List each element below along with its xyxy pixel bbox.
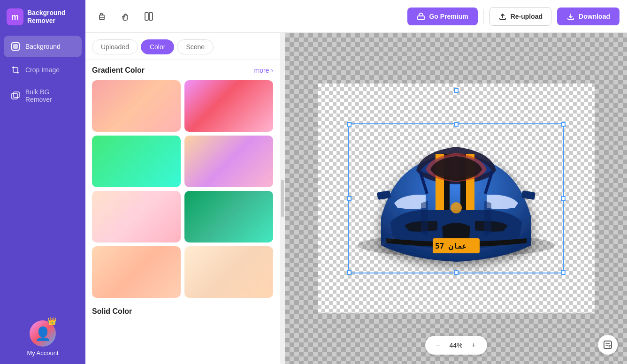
gradient-item-5[interactable] <box>92 191 181 243</box>
zoom-controls: − 44% + <box>425 336 487 355</box>
car-image: 57 عمان Media.io <box>344 109 569 288</box>
svg-rect-8 <box>418 16 424 20</box>
tab-uploaded[interactable]: Uploaded <box>92 39 138 54</box>
zoom-in-button[interactable]: + <box>467 339 481 352</box>
sidebar-item-bulk-label: Bulk BG Remover <box>25 88 52 103</box>
car-image-container[interactable]: 57 عمان Media.io <box>344 109 569 288</box>
toolbar: Go Premium Re-upload Download <box>85 0 627 33</box>
canvas-area[interactable]: 57 عمان Media.io <box>285 33 627 364</box>
avatar-crown-icon: 👑 <box>47 317 57 326</box>
briefcase-tool-button[interactable] <box>93 8 111 25</box>
svg-rect-6 <box>145 13 148 20</box>
handle-top[interactable] <box>454 88 459 93</box>
compare-tool-button[interactable] <box>140 8 158 25</box>
background-icon <box>10 41 21 52</box>
logo-icon: m <box>7 8 23 25</box>
panel-scrollbar[interactable] <box>280 33 285 364</box>
left-panel: Uploaded Color Scene Gradient Color more… <box>85 33 280 364</box>
svg-rect-1 <box>13 44 18 49</box>
gradient-section-header: Gradient Color more › <box>92 66 273 75</box>
go-premium-button[interactable]: Go Premium <box>407 8 477 25</box>
download-button[interactable]: Download <box>557 8 619 25</box>
tab-color[interactable]: Color <box>141 39 174 54</box>
sidebar-item-crop-image[interactable]: Crop Image <box>4 59 82 81</box>
svg-text:57  عمان: 57 عمان <box>435 242 466 250</box>
gradient-section-title: Gradient Color <box>92 66 145 75</box>
account-avatar[interactable]: 👤 👑 <box>30 320 56 347</box>
gradient-item-7[interactable] <box>92 246 181 298</box>
gradient-item-6[interactable] <box>184 191 273 243</box>
sidebar-item-background-label: Background <box>25 43 61 50</box>
reupload-button[interactable]: Re-upload <box>489 7 551 26</box>
toolbar-divider <box>483 9 484 23</box>
gradient-grid <box>92 80 273 298</box>
sidebar-item-crop-label: Crop Image <box>25 66 60 74</box>
account-label: My Account <box>27 349 58 356</box>
sidebar-bottom: 👤 👑 My Account <box>0 313 85 364</box>
logo-text: Background Remover <box>27 9 79 25</box>
bulk-bg-icon <box>10 91 21 101</box>
svg-rect-3 <box>14 92 19 98</box>
sidebar-item-background[interactable]: Background <box>4 36 82 57</box>
zoom-level: 44% <box>444 341 467 349</box>
panel-scrollbar-thumb <box>281 180 284 217</box>
gradient-item-1[interactable] <box>92 80 181 132</box>
svg-point-10 <box>451 202 462 213</box>
content-area: Uploaded Color Scene Gradient Color more… <box>85 33 627 364</box>
solid-section-title: Solid Color <box>92 307 273 316</box>
gradient-item-8[interactable] <box>184 246 273 298</box>
crop-icon <box>10 65 21 75</box>
gradient-item-2[interactable] <box>184 80 273 132</box>
gradient-item-3[interactable] <box>92 136 181 187</box>
canvas-wrapper: 57 عمان Media.io <box>318 83 595 313</box>
sidebar: m Background Remover Background Crop Ima… <box>0 0 85 364</box>
sidebar-item-bulk-bg[interactable]: Bulk BG Remover <box>4 83 82 109</box>
gradient-more-link[interactable]: more › <box>254 67 273 74</box>
panel-tabs: Uploaded Color Scene <box>85 33 280 60</box>
svg-rect-7 <box>149 13 153 20</box>
sidebar-nav: Background Crop Image Bulk BG Remover <box>0 32 85 313</box>
svg-text:Media.io: Media.io <box>475 269 495 274</box>
hand-tool-button[interactable] <box>116 8 134 25</box>
svg-rect-2 <box>12 93 17 99</box>
sidebar-logo[interactable]: m Background Remover <box>0 0 85 32</box>
main-content: Go Premium Re-upload Download Uploaded C… <box>85 0 627 364</box>
notes-button[interactable] <box>598 335 618 355</box>
panel-body: Gradient Color more › <box>85 60 280 364</box>
zoom-out-button[interactable]: − <box>431 339 444 352</box>
gradient-item-4[interactable] <box>184 136 273 187</box>
tab-scene[interactable]: Scene <box>177 39 214 54</box>
svg-rect-17 <box>604 341 612 349</box>
